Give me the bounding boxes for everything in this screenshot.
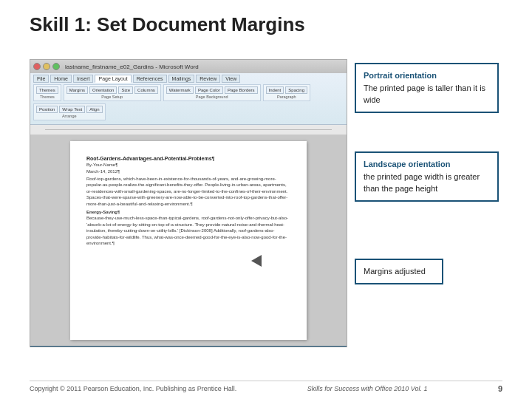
- slide-container: Skill 1: Set Document Margins lastname_f…: [0, 0, 532, 399]
- tab-mailings[interactable]: Mailings: [168, 75, 195, 83]
- page-color-button[interactable]: Page Color: [195, 86, 223, 94]
- word-body: Roof-Gardens-Advantages-and-Potential-Pr…: [30, 135, 347, 346]
- tab-references[interactable]: References: [133, 75, 167, 83]
- margins-button[interactable]: Margins: [66, 86, 88, 94]
- themes-label: Themes: [36, 95, 58, 99]
- size-button[interactable]: Size: [118, 86, 133, 94]
- align-button[interactable]: Align: [86, 106, 102, 113]
- doc-subheading: Energy-Saving¶: [86, 209, 290, 215]
- doc-byline: By-Your-Name¶: [86, 163, 290, 167]
- portrait-body: The printed page is taller than it is wi…: [364, 83, 485, 103]
- landscape-callout: Landscape orientation the printed page w…: [355, 151, 499, 202]
- arrow-icon: [251, 255, 262, 267]
- spacing-button[interactable]: Spacing: [285, 86, 307, 94]
- close-button[interactable]: [33, 63, 41, 70]
- ribbon: File Home Insert Page Layout References …: [30, 73, 347, 125]
- word-window: lastname_firstname_e02_Gardins - Microso…: [30, 59, 347, 347]
- doc-paragraph-1: Roof-top-gardens, which-have-been-in-exi…: [86, 176, 290, 207]
- landscape-title: Landscape orientation: [364, 159, 490, 170]
- page-title: Skill 1: Set Document Margins: [30, 13, 305, 36]
- ribbon-group-page-setup: Margins Orientation Size Columns Page Se…: [64, 84, 161, 101]
- course-text: Skills for Success with Office 2010 Vol.…: [307, 385, 428, 392]
- footer: Copyright © 2011 Pearson Education, Inc.…: [30, 381, 502, 393]
- wrap-text-button[interactable]: Wrap Text: [59, 106, 85, 113]
- ribbon-group-themes: Themes Themes: [33, 84, 61, 101]
- ribbon-group-background: Watermark Page Color Page Borders Page B…: [163, 84, 261, 101]
- margins-callout: Margins adjusted: [355, 259, 443, 284]
- arrange-label: Arrange: [36, 114, 103, 118]
- document-page: Roof-Gardens-Advantages-and-Potential-Pr…: [70, 141, 307, 340]
- tab-home[interactable]: Home: [50, 75, 72, 83]
- doc-title: Roof-Gardens-Advantages-and-Potential-Pr…: [86, 156, 290, 161]
- margins-label: Margins adjusted: [364, 267, 426, 276]
- tab-insert[interactable]: Insert: [73, 75, 94, 83]
- ribbon-group-paragraph: Indent Spacing Paragraph: [263, 84, 310, 101]
- background-label: Page Background: [166, 95, 258, 99]
- ribbon-group-arrange: Position Wrap Text Align Arrange: [33, 103, 106, 120]
- landscape-body: the printed page width is greater than t…: [364, 172, 480, 192]
- word-titlebar: lastname_firstname_e02_Gardins - Microso…: [30, 60, 347, 73]
- ruler: [30, 125, 347, 135]
- tab-page-layout[interactable]: Page Layout: [95, 75, 131, 83]
- tab-review[interactable]: Review: [196, 75, 220, 83]
- portrait-callout: Portrait orientation The printed page is…: [355, 63, 499, 113]
- tab-file[interactable]: File: [33, 75, 49, 83]
- indent-button[interactable]: Indent: [266, 86, 284, 94]
- minimize-button[interactable]: [43, 63, 50, 70]
- copyright-text: Copyright © 2011 Pearson Education, Inc.…: [30, 385, 236, 392]
- window-title: lastname_firstname_e02_Gardins - Microso…: [65, 64, 199, 70]
- ruler-line: [45, 129, 332, 130]
- columns-button[interactable]: Columns: [134, 86, 158, 94]
- orientation-button[interactable]: Orientation: [89, 86, 117, 94]
- paragraph-label: Paragraph: [266, 95, 307, 99]
- position-button[interactable]: Position: [36, 106, 58, 113]
- watermark-button[interactable]: Watermark: [166, 86, 194, 94]
- page-borders-button[interactable]: Page Borders: [225, 86, 258, 94]
- margins-arrow-area: [251, 255, 262, 267]
- ribbon-content: Themes Themes Margins Orientation Size C…: [33, 84, 344, 120]
- maximize-button[interactable]: [52, 63, 60, 70]
- doc-date: March-14, 2012¶: [86, 169, 290, 174]
- page-number: 9: [498, 384, 502, 393]
- portrait-title: Portrait orientation: [364, 70, 490, 81]
- doc-paragraph-2: Because-they-use-much-less-space-than-ty…: [86, 215, 290, 246]
- page-setup-label: Page Setup: [66, 95, 158, 99]
- ribbon-tabs: File Home Insert Page Layout References …: [33, 75, 344, 83]
- status-bar: Page 1 of 2 Words: 355: [30, 346, 347, 347]
- themes-button[interactable]: Themes: [36, 86, 58, 94]
- tab-view[interactable]: View: [222, 75, 240, 83]
